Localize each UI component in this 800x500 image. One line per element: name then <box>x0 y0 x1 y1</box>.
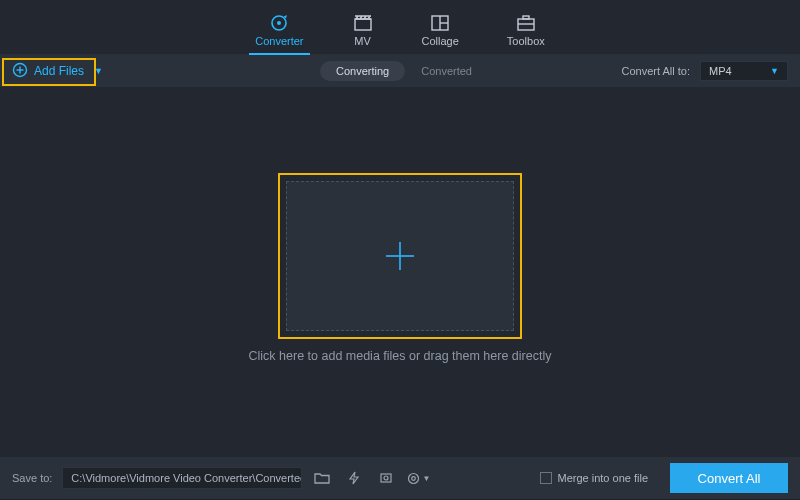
nav-label: Collage <box>422 35 459 47</box>
toolbar: Add Files ▼ Converting Converted Convert… <box>0 55 800 87</box>
bottom-bar: Save to: C:\Vidmore\Vidmore Video Conver… <box>0 457 800 499</box>
nav-tab-mv[interactable]: MV <box>346 8 380 54</box>
add-files-button[interactable]: Add Files ▼ <box>12 60 109 83</box>
status-tabs: Converting Converted <box>320 61 480 81</box>
svg-point-15 <box>384 476 388 480</box>
nav-label: Converter <box>255 35 303 47</box>
chevron-down-icon: ▼ <box>94 66 103 76</box>
format-value: MP4 <box>709 65 732 77</box>
convert-all-to-group: Convert All to: MP4 ▼ <box>622 61 788 81</box>
save-path-select[interactable]: C:\Vidmore\Vidmore Video Converter\Conve… <box>62 467 302 489</box>
folder-icon <box>314 471 330 485</box>
save-path-value: C:\Vidmore\Vidmore Video Converter\Conve… <box>71 472 302 484</box>
output-format-select[interactable]: MP4 ▼ <box>700 61 788 81</box>
merge-label: Merge into one file <box>558 472 649 484</box>
settings-button[interactable]: ▼ <box>406 467 430 489</box>
add-files-label: Add Files <box>34 64 84 78</box>
plus-icon <box>380 236 420 276</box>
convert-all-to-label: Convert All to: <box>622 65 690 77</box>
plus-circle-icon <box>12 62 28 81</box>
nav-tab-converter[interactable]: Converter <box>249 8 309 54</box>
convert-all-button[interactable]: Convert All <box>670 463 788 493</box>
nav-tab-toolbox[interactable]: Toolbox <box>501 8 551 54</box>
clapperboard-icon <box>352 14 374 32</box>
svg-point-16 <box>409 473 419 483</box>
converter-icon <box>268 14 290 32</box>
tab-converting[interactable]: Converting <box>320 61 405 81</box>
gear-icon <box>406 471 421 486</box>
svg-point-1 <box>277 21 281 25</box>
drop-hint-text: Click here to add media files or drag th… <box>249 349 552 363</box>
svg-rect-2 <box>355 19 371 30</box>
nav-tab-collage[interactable]: Collage <box>416 8 465 54</box>
high-speed-button[interactable] <box>374 467 398 489</box>
tab-converted[interactable]: Converted <box>413 61 480 81</box>
drop-zone-wrapper <box>286 181 514 331</box>
chevron-down-icon: ▼ <box>422 474 430 483</box>
main-area: Click here to add media files or drag th… <box>0 87 800 457</box>
nav-label: Toolbox <box>507 35 545 47</box>
chevron-down-icon: ▼ <box>770 66 779 76</box>
hardware-accel-button[interactable] <box>342 467 366 489</box>
svg-point-17 <box>412 476 416 480</box>
chip-icon <box>378 471 394 485</box>
drop-zone[interactable] <box>286 181 514 331</box>
grid-icon <box>429 14 451 32</box>
open-folder-button[interactable] <box>310 467 334 489</box>
top-nav: Converter MV Collage Toolbox <box>0 0 800 55</box>
lightning-icon <box>347 471 361 485</box>
merge-checkbox[interactable]: Merge into one file <box>540 472 649 484</box>
svg-rect-14 <box>381 474 391 482</box>
save-to-label: Save to: <box>12 472 52 484</box>
briefcase-icon <box>515 14 537 32</box>
checkbox-icon <box>540 472 552 484</box>
svg-rect-7 <box>523 16 529 19</box>
nav-label: MV <box>354 35 371 47</box>
